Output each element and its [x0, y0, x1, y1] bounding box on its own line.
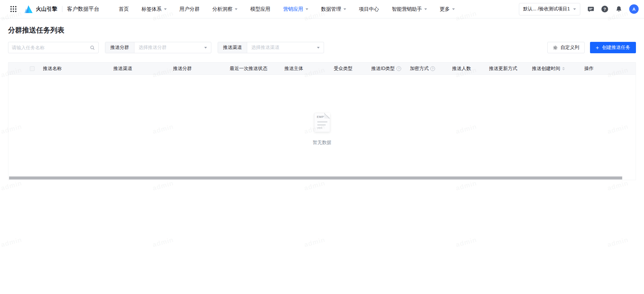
watermark-text: admin: [0, 236, 23, 249]
project-selector[interactable]: 默认... /验收测试项目1: [519, 3, 580, 15]
watermark-text: admin: [455, 236, 478, 249]
column-header: 推送人数: [452, 66, 489, 72]
topbar: 火山引擎 客户数据平台 首页标签体系用户分群分析洞察模型应用营销应用数据管理项目…: [0, 0, 644, 18]
column-header: 推送渠道: [113, 66, 173, 72]
topnav-item-label: 首页: [119, 6, 129, 12]
topnav-item-label: 分析洞察: [212, 6, 232, 12]
brand-name: 火山引擎: [36, 6, 57, 13]
topnav-item[interactable]: 更多: [440, 6, 455, 12]
chevron-down-icon: [164, 8, 167, 10]
topnav-item-label: 数据管理: [321, 6, 341, 12]
push-channel-select[interactable]: 选择推送渠道: [247, 42, 324, 53]
column-header-label: 受众类型: [334, 66, 353, 72]
help-icon[interactable]: ?: [430, 66, 435, 71]
topnav-item-label: 标签体系: [142, 6, 162, 12]
column-header-label: 推送主体: [284, 66, 303, 72]
create-push-task-button[interactable]: + 创建推送任务: [590, 42, 636, 53]
watermark-text: admin: [152, 179, 174, 192]
watermark-text: admin: [303, 236, 326, 249]
page-title: 分群推送任务列表: [8, 25, 636, 35]
brand-divider: [62, 6, 62, 12]
column-header-label: 推送分群: [173, 66, 192, 72]
column-header-label: 加密方式: [410, 66, 429, 72]
chevron-down-icon: [452, 8, 455, 10]
column-header: 操作: [584, 66, 635, 72]
apps-grid-icon[interactable]: [10, 5, 17, 13]
gear-icon: [553, 45, 558, 50]
column-header-label: 推送创建时间: [532, 66, 560, 72]
column-header: 推送名称: [43, 66, 113, 72]
plus-icon: +: [596, 45, 599, 51]
column-header-label: 推送名称: [43, 66, 62, 72]
chevron-down-icon: [573, 8, 576, 10]
watermark-text: admin: [152, 236, 174, 249]
column-header: 受众类型: [334, 66, 371, 72]
column-header: 推送创建时间: [532, 66, 584, 72]
topnav-item[interactable]: 数据管理: [321, 6, 346, 12]
chevron-down-icon: [343, 8, 346, 10]
topnav-item[interactable]: 营销应用: [283, 6, 308, 12]
topnav-item-label: 更多: [440, 6, 450, 12]
feedback-message-icon[interactable]: [587, 5, 594, 13]
topnav-item[interactable]: 模型应用: [250, 6, 270, 12]
help-icon[interactable]: ?: [601, 5, 608, 13]
toolbar: 推送分群 选择推送分群 推送渠道 选择推送渠道 自定义列 + 创建推送任务: [8, 42, 636, 53]
sort-icon[interactable]: [562, 67, 565, 70]
notification-bell-icon[interactable]: [615, 5, 623, 13]
column-header-label: 推送渠道: [113, 66, 132, 72]
topnav-item-label: 项目中心: [359, 6, 379, 12]
checkbox-cell: [8, 66, 43, 71]
column-header: 最近一次推送状态: [230, 66, 284, 72]
column-header-label: 最近一次推送状态: [230, 66, 267, 72]
select-placeholder: 选择推送渠道: [251, 45, 279, 51]
user-avatar[interactable]: A: [629, 4, 639, 14]
push-segment-select[interactable]: 选择推送分群: [135, 42, 211, 53]
topnav-item[interactable]: 首页: [119, 6, 129, 12]
empty-message: 暂无数据: [313, 140, 331, 146]
select-placeholder: 选择推送分群: [139, 45, 167, 51]
column-header-label: 推送更新方式: [489, 66, 517, 72]
topnav-item-label: 智能营销助手: [392, 6, 422, 12]
topnav-item[interactable]: 标签体系: [142, 6, 167, 12]
filter-push-channel: 推送渠道 选择推送渠道: [218, 42, 324, 53]
topnav-item-label: 模型应用: [250, 6, 270, 12]
column-header-label: 操作: [584, 66, 594, 72]
topnav-item[interactable]: 分析洞察: [212, 6, 237, 12]
select-all-checkbox[interactable]: [30, 66, 35, 71]
topnav-item[interactable]: 智能营销助手: [392, 6, 427, 12]
empty-document-icon: EMPTY: [314, 113, 330, 132]
watermark-text: admin: [0, 179, 23, 192]
chevron-down-icon: [424, 8, 427, 10]
watermark-text: admin: [455, 179, 478, 192]
search-icon: [90, 45, 95, 50]
main-content: 分群推送任务列表 推送分群 选择推送分群 推送渠道 选择推送渠道: [0, 25, 644, 180]
chevron-down-icon: [235, 8, 237, 10]
column-header: 推送ID类型?: [371, 66, 410, 72]
topnav-item[interactable]: 用户分群: [179, 6, 200, 12]
filter-label: 推送分群: [105, 42, 135, 53]
topnav-item-label: 营销应用: [283, 6, 303, 12]
empty-state: EMPTY 暂无数据: [8, 113, 636, 146]
column-header: 推送分群: [173, 66, 230, 72]
task-search-input[interactable]: [12, 45, 90, 50]
watermark-text: admin: [303, 179, 326, 192]
horizontal-scrollbar-thumb[interactable]: [9, 176, 622, 179]
customize-columns-label: 自定义列: [560, 45, 579, 51]
topnav-item[interactable]: 项目中心: [359, 6, 379, 12]
volcengine-logo-icon[interactable]: [24, 5, 33, 13]
table-header: 推送名称推送渠道推送分群最近一次推送状态推送主体受众类型推送ID类型?加密方式?…: [8, 63, 636, 75]
chevron-down-icon: [306, 8, 308, 10]
watermark-text: admin: [606, 179, 629, 192]
topnav-menu: 首页标签体系用户分群分析洞察模型应用营销应用数据管理项目中心智能营销助手更多: [119, 6, 455, 12]
column-header: 推送主体: [284, 66, 334, 72]
chevron-down-icon: [204, 47, 207, 49]
column-header-label: 推送ID类型: [371, 66, 395, 72]
column-header-label: 推送人数: [452, 66, 471, 72]
product-name: 客户数据平台: [67, 6, 99, 13]
folded-corner: [324, 113, 330, 119]
help-icon[interactable]: ?: [396, 66, 401, 71]
filter-label: 推送渠道: [218, 42, 247, 53]
customize-columns-button[interactable]: 自定义列: [547, 42, 585, 53]
column-header: 加密方式?: [410, 66, 452, 72]
help-glyph: ?: [603, 7, 606, 12]
